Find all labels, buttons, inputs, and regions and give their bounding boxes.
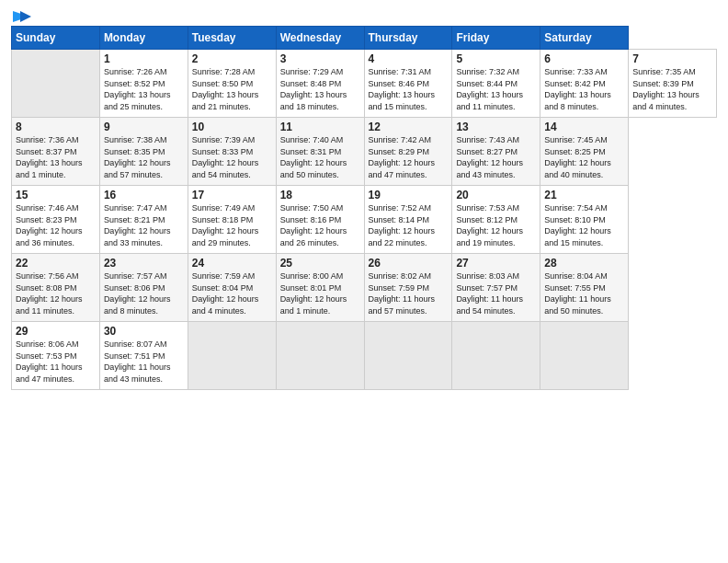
day-number: 25 — [280, 257, 360, 270]
day-number: 12 — [369, 121, 449, 133]
day-number: 7 — [632, 52, 712, 65]
table-row: 21Sunrise: 7:54 AMSunset: 8:10 PMDayligh… — [540, 186, 629, 254]
day-info: Sunrise: 7:26 AMSunset: 8:52 PMDaylight:… — [104, 67, 171, 111]
day-info: Sunrise: 7:54 AMSunset: 8:10 PMDaylight:… — [544, 203, 611, 247]
day-number: 19 — [369, 189, 449, 201]
day-number: 8 — [16, 121, 96, 133]
col-header-monday: Monday — [99, 27, 188, 50]
table-row — [188, 322, 276, 390]
table-row: 1Sunrise: 7:26 AMSunset: 8:52 PMDaylight… — [99, 50, 188, 118]
day-info: Sunrise: 7:45 AMSunset: 8:25 PMDaylight:… — [544, 135, 611, 179]
day-number: 4 — [369, 52, 449, 65]
table-row: 4Sunrise: 7:31 AMSunset: 8:46 PMDaylight… — [364, 50, 452, 118]
day-number: 20 — [456, 189, 536, 201]
day-info: Sunrise: 8:03 AMSunset: 7:57 PMDaylight:… — [456, 271, 523, 316]
day-number: 15 — [16, 189, 96, 201]
day-number: 14 — [544, 121, 624, 133]
day-number: 21 — [544, 189, 624, 201]
table-row: 18Sunrise: 7:50 AMSunset: 8:16 PMDayligh… — [276, 186, 364, 254]
table-row: 23Sunrise: 7:57 AMSunset: 8:06 PMDayligh… — [99, 254, 188, 322]
day-info: Sunrise: 8:06 AMSunset: 7:53 PMDaylight:… — [16, 339, 83, 384]
svg-marker-1 — [20, 11, 31, 22]
day-info: Sunrise: 7:32 AMSunset: 8:44 PMDaylight:… — [456, 67, 523, 111]
col-header-saturday: Saturday — [540, 27, 629, 50]
day-number: 16 — [104, 189, 184, 201]
day-info: Sunrise: 8:07 AMSunset: 7:51 PMDaylight:… — [104, 339, 171, 384]
day-number: 27 — [456, 257, 536, 270]
table-row: 24Sunrise: 7:59 AMSunset: 8:04 PMDayligh… — [188, 254, 276, 322]
logo-arrow-icon — [11, 9, 31, 24]
table-row: 19Sunrise: 7:52 AMSunset: 8:14 PMDayligh… — [364, 186, 452, 254]
day-info: Sunrise: 7:39 AMSunset: 8:33 PMDaylight:… — [192, 135, 259, 179]
table-row: 13Sunrise: 7:43 AMSunset: 8:27 PMDayligh… — [452, 118, 540, 186]
day-number: 13 — [456, 121, 536, 133]
day-number: 24 — [192, 257, 272, 270]
day-info: Sunrise: 8:02 AMSunset: 7:59 PMDaylight:… — [369, 271, 436, 316]
table-row — [452, 322, 540, 390]
day-number: 28 — [544, 257, 624, 270]
logo — [11, 9, 31, 20]
table-row: 22Sunrise: 7:56 AMSunset: 8:08 PMDayligh… — [12, 254, 100, 322]
day-number: 23 — [104, 257, 184, 270]
day-info: Sunrise: 7:38 AMSunset: 8:35 PMDaylight:… — [104, 135, 171, 179]
day-number: 17 — [192, 189, 272, 201]
table-row — [540, 322, 629, 390]
day-info: Sunrise: 7:49 AMSunset: 8:18 PMDaylight:… — [192, 203, 259, 247]
day-info: Sunrise: 7:57 AMSunset: 8:06 PMDaylight:… — [104, 271, 171, 316]
day-info: Sunrise: 7:35 AMSunset: 8:39 PMDaylight:… — [632, 67, 700, 111]
table-row: 2Sunrise: 7:28 AMSunset: 8:50 PMDaylight… — [188, 50, 276, 118]
day-info: Sunrise: 7:40 AMSunset: 8:31 PMDaylight:… — [280, 135, 347, 179]
day-info: Sunrise: 8:04 AMSunset: 7:55 PMDaylight:… — [544, 271, 611, 316]
col-header-thursday: Thursday — [364, 27, 452, 50]
calendar-container: SundayMondayTuesdayWednesdayThursdayFrid… — [0, 0, 728, 396]
day-info: Sunrise: 7:42 AMSunset: 8:29 PMDaylight:… — [369, 135, 436, 179]
day-number: 3 — [280, 52, 360, 65]
day-info: Sunrise: 7:50 AMSunset: 8:16 PMDaylight:… — [280, 203, 347, 247]
day-number: 30 — [104, 325, 184, 338]
table-row: 3Sunrise: 7:29 AMSunset: 8:48 PMDaylight… — [276, 50, 364, 118]
table-row: 29Sunrise: 8:06 AMSunset: 7:53 PMDayligh… — [12, 322, 100, 390]
table-row: 11Sunrise: 7:40 AMSunset: 8:31 PMDayligh… — [276, 118, 364, 186]
table-row: 7Sunrise: 7:35 AMSunset: 8:39 PMDaylight… — [629, 50, 717, 118]
table-row: 28Sunrise: 8:04 AMSunset: 7:55 PMDayligh… — [540, 254, 629, 322]
day-number: 9 — [104, 121, 184, 133]
table-row — [276, 322, 364, 390]
table-row: 10Sunrise: 7:39 AMSunset: 8:33 PMDayligh… — [188, 118, 276, 186]
table-row — [364, 322, 452, 390]
day-number: 26 — [369, 257, 449, 270]
table-row: 12Sunrise: 7:42 AMSunset: 8:29 PMDayligh… — [364, 118, 452, 186]
table-row: 14Sunrise: 7:45 AMSunset: 8:25 PMDayligh… — [540, 118, 629, 186]
day-info: Sunrise: 7:46 AMSunset: 8:23 PMDaylight:… — [16, 203, 83, 247]
table-row: 15Sunrise: 7:46 AMSunset: 8:23 PMDayligh… — [12, 186, 100, 254]
day-info: Sunrise: 7:43 AMSunset: 8:27 PMDaylight:… — [456, 135, 523, 179]
day-info: Sunrise: 7:31 AMSunset: 8:46 PMDaylight:… — [369, 67, 436, 111]
table-row: 27Sunrise: 8:03 AMSunset: 7:57 PMDayligh… — [452, 254, 540, 322]
table-row: 25Sunrise: 8:00 AMSunset: 8:01 PMDayligh… — [276, 254, 364, 322]
day-number: 2 — [192, 52, 272, 65]
day-info: Sunrise: 7:36 AMSunset: 8:37 PMDaylight:… — [16, 135, 83, 179]
col-header-tuesday: Tuesday — [188, 27, 276, 50]
day-info: Sunrise: 7:52 AMSunset: 8:14 PMDaylight:… — [369, 203, 436, 247]
table-row: 30Sunrise: 8:07 AMSunset: 7:51 PMDayligh… — [99, 322, 188, 390]
day-number: 11 — [280, 121, 360, 133]
col-header-sunday: Sunday — [12, 27, 100, 50]
day-info: Sunrise: 8:00 AMSunset: 8:01 PMDaylight:… — [280, 271, 347, 316]
table-row: 6Sunrise: 7:33 AMSunset: 8:42 PMDaylight… — [540, 50, 629, 118]
day-number: 10 — [192, 121, 272, 133]
day-number: 6 — [544, 52, 624, 65]
day-info: Sunrise: 7:59 AMSunset: 8:04 PMDaylight:… — [192, 271, 259, 316]
col-header-friday: Friday — [452, 27, 540, 50]
day-info: Sunrise: 7:29 AMSunset: 8:48 PMDaylight:… — [280, 67, 347, 111]
header — [11, 9, 717, 20]
col-header-wednesday: Wednesday — [276, 27, 364, 50]
table-row: 26Sunrise: 8:02 AMSunset: 7:59 PMDayligh… — [364, 254, 452, 322]
table-row — [12, 50, 100, 118]
table-row: 16Sunrise: 7:47 AMSunset: 8:21 PMDayligh… — [99, 186, 188, 254]
day-number: 18 — [280, 189, 360, 201]
day-info: Sunrise: 7:33 AMSunset: 8:42 PMDaylight:… — [544, 67, 611, 111]
day-info: Sunrise: 7:56 AMSunset: 8:08 PMDaylight:… — [16, 271, 83, 316]
day-number: 22 — [16, 257, 96, 270]
table-row: 9Sunrise: 7:38 AMSunset: 8:35 PMDaylight… — [99, 118, 188, 186]
day-number: 5 — [456, 52, 536, 65]
day-info: Sunrise: 7:47 AMSunset: 8:21 PMDaylight:… — [104, 203, 171, 247]
